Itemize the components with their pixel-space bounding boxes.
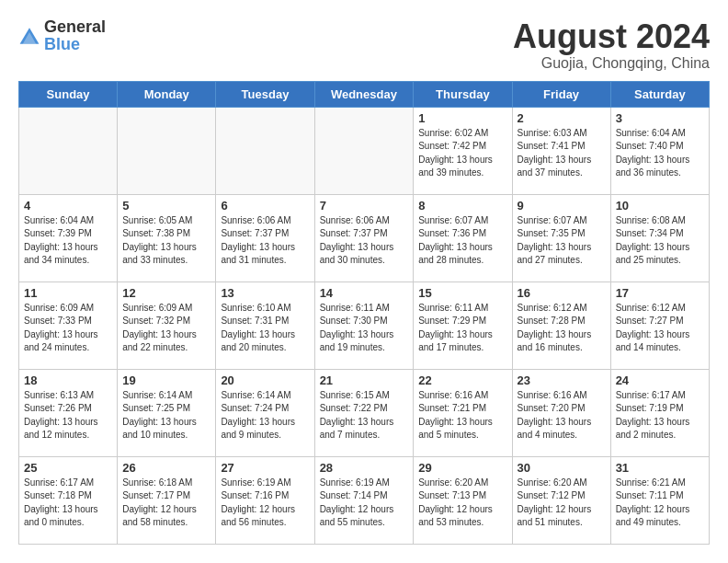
calendar-cell: 16Sunrise: 6:12 AMSunset: 7:28 PMDayligh… — [512, 282, 610, 369]
calendar-cell: 6Sunrise: 6:06 AMSunset: 7:37 PMDaylight… — [216, 194, 314, 282]
calendar-cell: 17Sunrise: 6:12 AMSunset: 7:27 PMDayligh… — [610, 282, 709, 369]
day-info: Sunrise: 6:19 AMSunset: 7:14 PMDaylight:… — [320, 477, 409, 530]
calendar-cell: 8Sunrise: 6:07 AMSunset: 7:36 PMDaylight… — [414, 194, 512, 282]
day-info: Sunrise: 6:11 AMSunset: 7:29 PMDaylight:… — [418, 302, 506, 355]
day-info: Sunrise: 6:14 AMSunset: 7:25 PMDaylight:… — [122, 389, 210, 442]
logo-general-text: General — [44, 17, 106, 36]
week-row-3: 11Sunrise: 6:09 AMSunset: 7:33 PMDayligh… — [19, 282, 710, 369]
location-title: Guojia, Chongqing, China — [513, 55, 710, 72]
weekday-header-saturday: Saturday — [610, 81, 709, 107]
day-number: 24 — [616, 373, 704, 387]
calendar-cell: 25Sunrise: 6:17 AMSunset: 7:18 PMDayligh… — [19, 456, 118, 544]
day-info: Sunrise: 6:10 AMSunset: 7:31 PMDaylight:… — [221, 302, 309, 355]
calendar-cell: 13Sunrise: 6:10 AMSunset: 7:31 PMDayligh… — [216, 282, 314, 369]
day-number: 29 — [418, 461, 506, 475]
day-info: Sunrise: 6:05 AMSunset: 7:38 PMDaylight:… — [122, 214, 210, 268]
day-info: Sunrise: 6:12 AMSunset: 7:28 PMDaylight:… — [518, 302, 606, 355]
day-info: Sunrise: 6:20 AMSunset: 7:12 PMDaylight:… — [518, 477, 606, 530]
day-info: Sunrise: 6:13 AMSunset: 7:26 PMDaylight:… — [24, 389, 112, 442]
calendar: SundayMondayTuesdayWednesdayThursdayFrid… — [18, 81, 710, 545]
weekday-header-friday: Friday — [512, 81, 610, 107]
day-info: Sunrise: 6:19 AMSunset: 7:16 PMDaylight:… — [221, 477, 309, 530]
calendar-cell — [314, 107, 414, 194]
day-info: Sunrise: 6:14 AMSunset: 7:24 PMDaylight:… — [221, 389, 309, 442]
calendar-cell: 14Sunrise: 6:11 AMSunset: 7:30 PMDayligh… — [314, 282, 414, 369]
week-row-2: 4Sunrise: 6:04 AMSunset: 7:39 PMDaylight… — [19, 194, 710, 282]
day-number: 2 — [518, 111, 606, 125]
calendar-cell: 10Sunrise: 6:08 AMSunset: 7:34 PMDayligh… — [610, 194, 709, 282]
day-info: Sunrise: 6:20 AMSunset: 7:13 PMDaylight:… — [418, 477, 506, 530]
calendar-cell: 30Sunrise: 6:20 AMSunset: 7:12 PMDayligh… — [512, 456, 610, 544]
calendar-cell: 22Sunrise: 6:16 AMSunset: 7:21 PMDayligh… — [414, 369, 512, 456]
month-title: August 2024 — [513, 18, 710, 55]
day-number: 6 — [221, 199, 309, 213]
calendar-cell: 28Sunrise: 6:19 AMSunset: 7:14 PMDayligh… — [314, 456, 414, 544]
week-row-1: 1Sunrise: 6:02 AMSunset: 7:42 PMDaylight… — [19, 107, 710, 194]
day-number: 19 — [122, 373, 210, 387]
day-number: 22 — [418, 373, 506, 387]
calendar-cell: 15Sunrise: 6:11 AMSunset: 7:29 PMDayligh… — [414, 282, 512, 369]
day-number: 26 — [122, 461, 210, 475]
day-info: Sunrise: 6:16 AMSunset: 7:21 PMDaylight:… — [418, 389, 506, 442]
title-area: August 2024 Guojia, Chongqing, China — [513, 18, 710, 72]
calendar-cell: 1Sunrise: 6:02 AMSunset: 7:42 PMDaylight… — [414, 107, 512, 194]
day-number: 4 — [24, 199, 112, 213]
day-number: 20 — [221, 373, 309, 387]
week-row-4: 18Sunrise: 6:13 AMSunset: 7:26 PMDayligh… — [19, 369, 710, 456]
day-info: Sunrise: 6:11 AMSunset: 7:30 PMDaylight:… — [320, 302, 409, 355]
day-info: Sunrise: 6:17 AMSunset: 7:18 PMDaylight:… — [24, 477, 112, 530]
logo-blue-text: Blue — [44, 35, 80, 53]
day-info: Sunrise: 6:18 AMSunset: 7:17 PMDaylight:… — [122, 477, 210, 530]
calendar-cell: 24Sunrise: 6:17 AMSunset: 7:19 PMDayligh… — [610, 369, 709, 456]
weekday-header-wednesday: Wednesday — [314, 81, 414, 107]
logo: General Blue — [18, 18, 106, 53]
calendar-cell: 4Sunrise: 6:04 AMSunset: 7:39 PMDaylight… — [19, 194, 118, 282]
calendar-cell: 2Sunrise: 6:03 AMSunset: 7:41 PMDaylight… — [512, 107, 610, 194]
day-number: 28 — [320, 461, 409, 475]
day-info: Sunrise: 6:06 AMSunset: 7:37 PMDaylight:… — [320, 214, 409, 268]
day-info: Sunrise: 6:04 AMSunset: 7:40 PMDaylight:… — [616, 127, 704, 180]
day-info: Sunrise: 6:07 AMSunset: 7:35 PMDaylight:… — [518, 214, 606, 268]
calendar-cell: 5Sunrise: 6:05 AMSunset: 7:38 PMDaylight… — [118, 194, 216, 282]
day-info: Sunrise: 6:02 AMSunset: 7:42 PMDaylight:… — [418, 127, 506, 180]
day-number: 3 — [616, 111, 704, 125]
day-number: 1 — [418, 111, 506, 125]
day-number: 30 — [518, 461, 606, 475]
calendar-cell: 21Sunrise: 6:15 AMSunset: 7:22 PMDayligh… — [314, 369, 414, 456]
calendar-cell: 19Sunrise: 6:14 AMSunset: 7:25 PMDayligh… — [118, 369, 216, 456]
calendar-cell: 18Sunrise: 6:13 AMSunset: 7:26 PMDayligh… — [19, 369, 118, 456]
weekday-header-tuesday: Tuesday — [216, 81, 314, 107]
calendar-cell: 31Sunrise: 6:21 AMSunset: 7:11 PMDayligh… — [610, 456, 709, 544]
calendar-cell: 9Sunrise: 6:07 AMSunset: 7:35 PMDaylight… — [512, 194, 610, 282]
calendar-cell — [118, 107, 216, 194]
day-info: Sunrise: 6:17 AMSunset: 7:19 PMDaylight:… — [616, 389, 704, 442]
calendar-cell: 29Sunrise: 6:20 AMSunset: 7:13 PMDayligh… — [414, 456, 512, 544]
day-number: 14 — [320, 286, 409, 300]
day-number: 10 — [616, 199, 704, 213]
day-number: 16 — [518, 286, 606, 300]
day-number: 7 — [320, 199, 409, 213]
calendar-cell — [216, 107, 314, 194]
week-row-5: 25Sunrise: 6:17 AMSunset: 7:18 PMDayligh… — [19, 456, 710, 544]
day-number: 21 — [320, 373, 409, 387]
calendar-cell — [19, 107, 118, 194]
day-info: Sunrise: 6:08 AMSunset: 7:34 PMDaylight:… — [616, 214, 704, 268]
day-info: Sunrise: 6:06 AMSunset: 7:37 PMDaylight:… — [221, 214, 309, 268]
day-info: Sunrise: 6:03 AMSunset: 7:41 PMDaylight:… — [518, 127, 606, 180]
day-number: 31 — [616, 461, 704, 475]
day-number: 25 — [24, 461, 112, 475]
day-number: 18 — [24, 373, 112, 387]
weekday-header-thursday: Thursday — [414, 81, 512, 107]
day-info: Sunrise: 6:09 AMSunset: 7:32 PMDaylight:… — [122, 302, 210, 355]
day-number: 17 — [616, 286, 704, 300]
day-info: Sunrise: 6:16 AMSunset: 7:20 PMDaylight:… — [518, 389, 606, 442]
day-info: Sunrise: 6:09 AMSunset: 7:33 PMDaylight:… — [24, 302, 112, 355]
day-number: 5 — [122, 199, 210, 213]
day-number: 11 — [24, 286, 112, 300]
weekday-header-monday: Monday — [118, 81, 216, 107]
calendar-cell: 23Sunrise: 6:16 AMSunset: 7:20 PMDayligh… — [512, 369, 610, 456]
calendar-cell: 12Sunrise: 6:09 AMSunset: 7:32 PMDayligh… — [118, 282, 216, 369]
weekday-header-sunday: Sunday — [19, 81, 118, 107]
calendar-cell: 20Sunrise: 6:14 AMSunset: 7:24 PMDayligh… — [216, 369, 314, 456]
day-number: 15 — [418, 286, 506, 300]
